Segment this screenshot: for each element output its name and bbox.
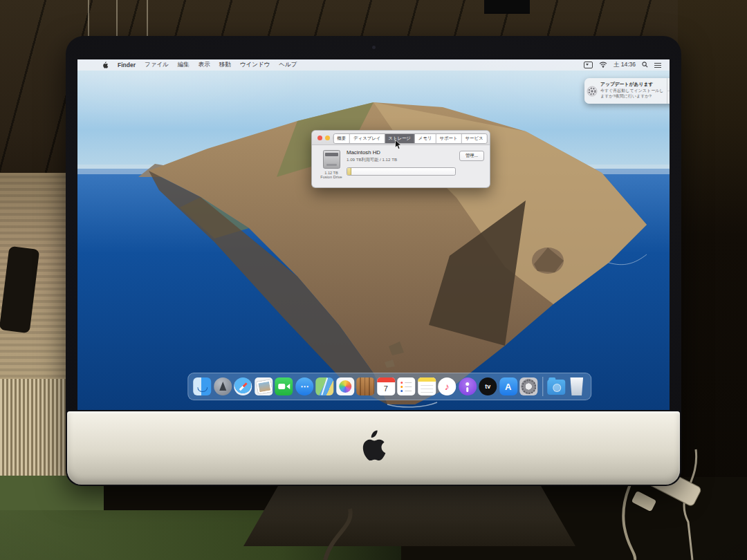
- tab-service[interactable]: サービス: [462, 134, 487, 143]
- drive-name-label: Macintosh HD: [347, 149, 456, 156]
- storage-usage-bar: [347, 167, 456, 176]
- mouse-cursor: [395, 140, 402, 150]
- dock-notes-icon[interactable]: [418, 377, 436, 395]
- dock-launchpad-icon[interactable]: [214, 377, 232, 395]
- dock-podcasts-icon[interactable]: [459, 377, 477, 395]
- dock-separator: [542, 377, 543, 396]
- tab-support[interactable]: サポート: [436, 134, 461, 143]
- menu-go[interactable]: 移動: [219, 61, 231, 69]
- menu-help[interactable]: ヘルプ: [279, 61, 297, 69]
- mac-screen: Finder ファイル 編集 表示 移動 ウインドウ ヘルプ 土 14:36: [77, 59, 670, 410]
- later-button[interactable]: 後で行う: [667, 91, 670, 104]
- install-button[interactable]: インストール: [667, 78, 670, 91]
- dock-reminders-icon[interactable]: [397, 377, 415, 395]
- dock-contacts-icon[interactable]: [356, 377, 374, 395]
- storage-panel: 1.12 TB Fusion Drive Macintosh HD 1.09 T…: [312, 145, 490, 187]
- menu-file[interactable]: ファイル: [145, 61, 169, 69]
- dock-messages-icon[interactable]: ⋯: [295, 377, 313, 395]
- imac-computer: Finder ファイル 編集 表示 移動 ウインドウ ヘルプ 土 14:36: [66, 36, 681, 486]
- dock-app-store-icon[interactable]: A: [499, 377, 517, 395]
- menu-clock[interactable]: 土 14:36: [614, 61, 636, 69]
- facetime-camera-dot: [372, 46, 376, 49]
- catalina-wallpaper: [77, 59, 670, 410]
- menu-window[interactable]: ウインドウ: [240, 61, 270, 69]
- dock-preview-icon[interactable]: [255, 377, 273, 395]
- dock-tv-icon[interactable]: tv: [479, 377, 497, 395]
- dock-safari-icon[interactable]: [234, 377, 252, 395]
- apple-menu-icon[interactable]: [102, 62, 109, 69]
- drive-type-label: Fusion Drive: [318, 175, 344, 179]
- spotlight-search-icon[interactable]: [642, 62, 648, 69]
- apple-logo-icon: [359, 430, 388, 465]
- update-notification[interactable]: アップデートがあります 今すぐ再起動してインストールしますか?夜間に行いますか?…: [584, 78, 670, 104]
- tab-displays[interactable]: ディスプレイ: [350, 134, 385, 143]
- drive-available-label: 1.09 TB利用可能 / 1.12 TB: [347, 157, 456, 163]
- dock-maps-icon[interactable]: [315, 377, 333, 395]
- dock-finder-icon[interactable]: [193, 377, 211, 395]
- dock: ⋯ 7 ♪ tv A: [187, 373, 591, 400]
- dock-photos-icon[interactable]: [336, 377, 354, 395]
- about-this-mac-window: 概要 ディスプレイ ストレージ メモリ サポート サービス 1.12 TB Fu…: [311, 130, 490, 188]
- close-button[interactable]: [317, 136, 322, 140]
- minimize-button[interactable]: [325, 136, 330, 140]
- dock-calendar-icon[interactable]: 7: [377, 377, 395, 395]
- imac-chin: [67, 411, 680, 485]
- notification-body: 今すぐ再起動してインストールしますか?夜間に行いますか?: [600, 88, 665, 100]
- display-mirroring-icon[interactable]: [584, 62, 593, 68]
- dock-system-preferences-icon[interactable]: [519, 377, 537, 395]
- dock-downloads-folder-icon[interactable]: [547, 380, 565, 395]
- menu-view[interactable]: 表示: [199, 61, 210, 69]
- menu-finder[interactable]: Finder: [118, 62, 136, 68]
- dock-music-icon[interactable]: ♪: [438, 377, 456, 395]
- manage-button[interactable]: 管理...: [459, 151, 484, 161]
- dock-trash-icon[interactable]: [568, 377, 586, 395]
- notification-center-icon[interactable]: [654, 62, 661, 68]
- photo-of-imac: Finder ファイル 編集 表示 移動 ウインドウ ヘルプ 土 14:36: [0, 0, 747, 560]
- internal-drive-icon: [323, 150, 340, 169]
- notification-title: アップデートがあります: [600, 81, 665, 88]
- wifi-icon[interactable]: [599, 62, 607, 69]
- tab-overview[interactable]: 概要: [333, 134, 350, 143]
- menu-bar: Finder ファイル 編集 表示 移動 ウインドウ ヘルプ 土 14:36: [77, 59, 670, 71]
- software-update-gear-icon: [584, 78, 600, 104]
- dock-facetime-icon[interactable]: [275, 377, 293, 395]
- menu-edit[interactable]: 編集: [178, 61, 190, 69]
- tab-memory[interactable]: メモリ: [415, 134, 436, 143]
- about-tabs: 概要 ディスプレイ ストレージ メモリ サポート サービス: [333, 133, 487, 144]
